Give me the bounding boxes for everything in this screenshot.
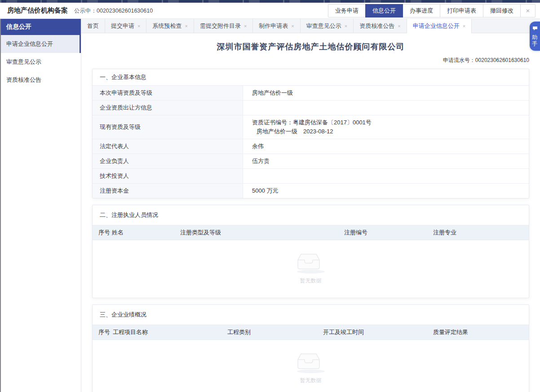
tab-review-opinion[interactable]: 审查意见公示×: [301, 19, 354, 33]
publicity-status: 公示中：002023062601630610: [74, 7, 153, 15]
body: 信息公开 申请企业信息公开 审查意见公示 资质核准公告 首页 提交申请× 系统预…: [0, 19, 540, 392]
tab-close-icon[interactable]: ×: [137, 23, 140, 29]
assistant-floating-button[interactable]: 助手: [530, 22, 540, 51]
tab-close-icon[interactable]: ×: [244, 23, 247, 29]
tab-system-precheck[interactable]: 系统预检查×: [146, 19, 194, 33]
tab-make-application-form[interactable]: 制作申请表×: [253, 19, 300, 33]
section-registered-personnel-title: 二、注册执业人员情况: [93, 205, 529, 225]
tab-bar: 首页 提交申请× 系统预检查× 需提交附件目录× 制作申请表× 审查意见公示× …: [81, 19, 540, 33]
table-row: 企业负责人 伍方贵: [93, 154, 529, 169]
performance-table-header: 序号 工程项目名称 工程类别 开工及竣工时间 质量评定结果: [93, 325, 529, 340]
section-performance: 三、企业业绩概况 序号 工程项目名称 工程类别 开工及竣工时间 质量评定结果: [92, 304, 529, 392]
section-registered-personnel: 二、注册执业人员情况 序号 姓名 注册类型及等级 注册编号 注册专业: [92, 205, 529, 298]
table-row: 现有资质及等级 资质证书编号：粤建房估深备〔2017〕0001号 房地产估价一级…: [93, 115, 529, 139]
application-serial: 申请流水号：002023062601630610: [92, 57, 529, 64]
main-area: 首页 提交申请× 系统预检查× 需提交附件目录× 制作申请表× 审查意见公示× …: [81, 19, 540, 392]
header-actions: 业务申请 信息公开 办事进度 打印申请表 撤回修改 ×: [328, 4, 536, 18]
basic-info-table: 本次申请资质及等级 房地产估价一级 企业资质出让方信息 现有资质及等级 资质证书…: [93, 86, 529, 198]
table-row: 本次申请资质及等级 房地产估价一级: [93, 86, 529, 101]
no-data-text: 暂无数据: [300, 377, 322, 384]
info-disclosure-button[interactable]: 信息公开: [365, 4, 403, 18]
sidebar-item-review-opinion[interactable]: 审查意见公示: [1, 53, 81, 71]
sidebar-item-qualification-approval[interactable]: 资质核准公告: [1, 71, 81, 89]
page-content: 深圳市国誉资产评估房地产土地估价顾问有限公司 申请流水号：00202306260…: [81, 33, 540, 392]
tab-close-icon[interactable]: ×: [345, 23, 347, 29]
sidebar-item-enterprise-info-disclosure[interactable]: 申请企业信息公开: [1, 35, 81, 53]
empty-icon-shadow: [297, 270, 325, 273]
personnel-table-header: 序号 姓名 注册类型及等级 注册编号 注册专业: [93, 225, 529, 240]
section-basic-info-title: 一、企业基本信息: [93, 69, 529, 86]
sidebar: 信息公开 申请企业信息公开 审查意见公示 资质核准公告: [1, 19, 81, 392]
section-basic-info: 一、企业基本信息 本次申请资质及等级 房地产估价一级 企业资质出让方信息 现有资…: [92, 69, 529, 198]
window-close-icon[interactable]: ×: [520, 4, 536, 18]
empty-icon-shadow: [297, 370, 325, 373]
header-button-group: 业务申请 信息公开 办事进度 打印申请表 撤回修改 ×: [328, 4, 536, 18]
certificate-number-line: 资质证书编号：粤建房估深备〔2017〕0001号: [252, 119, 520, 127]
assistant-label: 助手: [532, 34, 538, 47]
status-serial-number: 002023062601630610: [97, 8, 153, 14]
section-performance-title: 三、企业业绩概况: [93, 305, 529, 325]
chat-bubble-icon: [532, 25, 538, 33]
qualification-grade-line: 房地产估价一级 2023-08-12: [252, 128, 520, 136]
company-title: 深圳市国誉资产评估房地产土地估价顾问有限公司: [92, 41, 529, 52]
tab-close-icon[interactable]: ×: [463, 23, 465, 29]
tab-close-icon[interactable]: ×: [398, 23, 400, 29]
application-serial-number: 002023062601630610: [475, 57, 529, 63]
progress-button[interactable]: 办事进度: [403, 4, 440, 18]
status-label: 公示中：: [74, 8, 97, 14]
print-application-button[interactable]: 打印申请表: [440, 4, 483, 18]
empty-inbox-icon: [297, 353, 325, 373]
tab-close-icon[interactable]: ×: [291, 23, 294, 29]
table-row: 技术投资人: [93, 169, 529, 184]
app-window: 房地产估价机构备案 公示中：002023062601630610 业务申请 信息…: [0, 0, 540, 392]
tab-enterprise-info-disclosure[interactable]: 申请企业信息公开×: [407, 19, 472, 33]
app-title: 房地产估价机构备案: [7, 6, 68, 15]
no-data-text: 暂无数据: [300, 277, 322, 285]
window-header: 房地产估价机构备案 公示中：002023062601630610 业务申请 信息…: [0, 3, 540, 19]
header-left: 房地产估价机构备案 公示中：002023062601630610: [7, 6, 153, 15]
performance-empty-state: 暂无数据: [93, 340, 529, 392]
sidebar-header: 信息公开: [1, 19, 81, 35]
empty-inbox-icon: [297, 253, 325, 273]
tab-close-icon[interactable]: ×: [185, 23, 187, 29]
tab-submit-application[interactable]: 提交申请×: [105, 19, 146, 33]
personnel-empty-state: 暂无数据: [93, 240, 529, 298]
business-apply-button[interactable]: 业务申请: [328, 4, 366, 18]
tab-qualification-approval[interactable]: 资质核准公告×: [354, 19, 407, 33]
table-row: 注册资本金 5000 万元: [93, 184, 529, 198]
tab-attachment-catalog[interactable]: 需提交附件目录×: [194, 19, 253, 33]
withdraw-modify-button[interactable]: 撤回修改: [483, 4, 521, 18]
tab-home[interactable]: 首页: [81, 19, 105, 33]
table-row: 企业资质出让方信息: [93, 101, 529, 115]
table-row: 法定代表人 余伟: [93, 139, 529, 154]
